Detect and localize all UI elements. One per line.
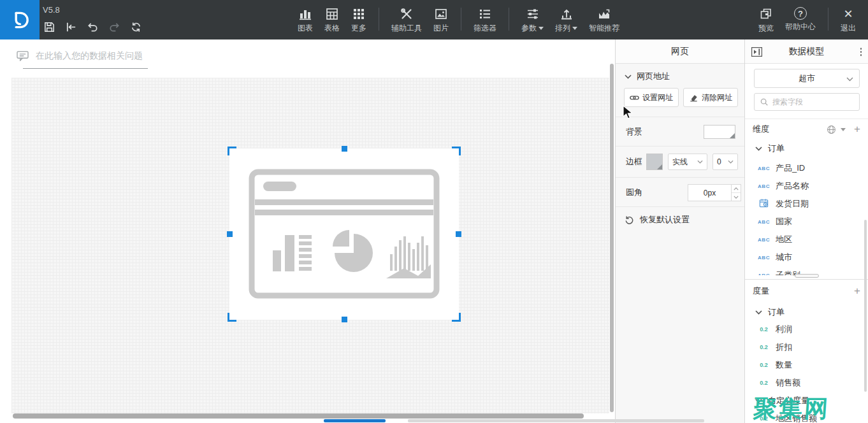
resize-handle-bottom[interactable] (342, 317, 347, 322)
tool-label: 帮助中心 (785, 22, 816, 32)
measure-field-row[interactable]: 0.2 销售额 (758, 374, 800, 392)
text-type-icon: ABC (758, 219, 770, 225)
canvas-horizontal-scrollbar[interactable] (13, 413, 584, 419)
undo-icon[interactable] (87, 21, 99, 33)
preview-icon (759, 7, 773, 21)
selection-corner-bl[interactable] (228, 313, 236, 322)
border-style-select[interactable]: 实线 (668, 154, 707, 170)
help-center-button[interactable]: ? 帮助中心 (785, 7, 816, 32)
dimensions-horizontal-scrollbar[interactable] (795, 274, 819, 278)
dimension-field-row[interactable]: ABC 产品_ID (758, 159, 805, 177)
canvas-vertical-scrollbar[interactable] (610, 64, 614, 412)
arrange-icon (560, 7, 574, 21)
caret-down-icon[interactable] (841, 128, 846, 131)
question-input[interactable] (36, 46, 214, 65)
field-search-input[interactable] (772, 97, 854, 106)
custom-measure-field-row[interactable]: 0.2 地区销售额 (758, 410, 817, 423)
dimension-field-row[interactable]: ABC 城市 (758, 248, 792, 266)
tool-smart-recommend[interactable]: 智能推荐 (589, 7, 619, 34)
dimension-group-row[interactable]: 订单 (755, 143, 785, 154)
preview-button[interactable]: 预览 (758, 7, 774, 34)
resize-handle-top[interactable] (342, 146, 347, 152)
date-type-icon (758, 198, 770, 210)
chevron-down-icon (755, 310, 762, 315)
corner-radius-input[interactable]: 0px (688, 184, 741, 201)
web-address-section-header[interactable]: 网页地址 (625, 71, 670, 82)
tool-label: 参数 (521, 23, 537, 34)
chevron-down-icon (697, 160, 703, 164)
resize-handle-left[interactable] (227, 231, 233, 237)
tool-table[interactable]: 表格 (324, 7, 340, 34)
field-search-box[interactable] (754, 93, 860, 111)
tool-aux-tools[interactable]: 辅助工具 (391, 7, 422, 34)
page-scrollbar-thumb-blue[interactable] (324, 419, 386, 422)
dimension-field-row[interactable]: ABC 子类别 (758, 266, 800, 275)
group-label: 自定义度量 (768, 395, 809, 406)
tool-filter[interactable]: 筛选器 (474, 7, 496, 34)
chevron-down-icon (846, 77, 853, 82)
tool-chart[interactable]: 图表 (298, 7, 313, 34)
stepper-up-button[interactable] (732, 185, 741, 193)
go-to-start-icon[interactable] (65, 21, 77, 33)
chevron-down-icon (755, 399, 762, 403)
measure-field-row[interactable]: 0.2 利润 (758, 320, 792, 338)
toolbar-divider (828, 8, 828, 31)
pie-chart-glyph (333, 230, 373, 272)
model-panel-scrollbar[interactable] (864, 220, 867, 392)
collapse-panel-icon[interactable] (751, 47, 762, 57)
border-row: 边框 实线 0 (616, 146, 744, 177)
question-input-underline (23, 68, 148, 69)
tool-arrange[interactable]: 排列 (555, 7, 577, 34)
globe-icon[interactable] (827, 125, 836, 134)
tool-parameters[interactable]: 参数 (521, 7, 544, 34)
tool-label: 退出 (841, 23, 856, 34)
stepper-down-button[interactable] (732, 193, 741, 201)
field-name: 产品_ID (776, 162, 805, 174)
selection-corner-br[interactable] (452, 313, 461, 322)
panel-menu-icon[interactable] (859, 47, 864, 57)
dimension-field-row[interactable]: ABC 产品名称 (758, 177, 809, 195)
section-label: 网页地址 (637, 71, 670, 82)
app-logo[interactable] (0, 0, 40, 39)
selection-corner-tl[interactable] (228, 147, 236, 155)
background-color-swatch[interactable] (704, 125, 735, 139)
refresh-icon[interactable] (130, 21, 142, 33)
tool-image[interactable]: 图片 (433, 7, 449, 34)
tool-more[interactable]: 更多 (351, 7, 366, 34)
add-measure-button[interactable]: + (854, 286, 860, 296)
text-type-icon: ABC (758, 273, 770, 276)
caret-down-icon (539, 27, 544, 30)
page-scrollbar-thumb-gray[interactable] (408, 419, 704, 422)
redo-icon[interactable] (108, 21, 120, 33)
custom-measure-group-row[interactable]: 自定义度量 (755, 395, 809, 406)
tool-label-row: 排列 (555, 23, 577, 34)
set-url-button[interactable]: 设置网址 (624, 88, 679, 107)
canvas-grid[interactable] (11, 78, 609, 413)
exit-button[interactable]: ✕ 退出 (841, 7, 856, 34)
dimension-field-row[interactable]: 发货日期 (758, 195, 809, 213)
tools-icon (400, 7, 414, 21)
measure-field-row[interactable]: 0.2 数量 (758, 356, 792, 374)
save-icon[interactable] (43, 21, 55, 33)
web-widget[interactable] (229, 148, 459, 320)
measure-field-row[interactable]: 0.2 折扣 (758, 338, 792, 356)
add-dimension-button[interactable]: + (854, 124, 860, 134)
dimension-field-row[interactable]: ABC 国家 (758, 213, 792, 231)
close-icon: ✕ (843, 7, 853, 21)
dataset-select[interactable]: 超市 (754, 69, 860, 88)
border-color-swatch[interactable] (646, 154, 663, 170)
data-model-panel: 数据模型 超市 维度 + 订单 ABC (744, 39, 868, 423)
clear-url-button[interactable]: 清除网址 (683, 88, 738, 107)
design-canvas[interactable] (0, 39, 615, 423)
dimension-field-row[interactable]: ABC 地区 (758, 231, 792, 248)
selection-corner-tr[interactable] (452, 147, 461, 155)
tool-label: 辅助工具 (391, 23, 422, 34)
resize-handle-right[interactable] (456, 231, 461, 237)
smart-chart-icon (597, 7, 611, 21)
group-label: 订单 (768, 143, 785, 154)
measures-header-icons: + (848, 286, 860, 296)
measure-group-row[interactable]: 订单 (755, 306, 785, 318)
reset-defaults-button[interactable]: 恢复默认设置 (625, 214, 690, 226)
dataset-value: 超市 (799, 73, 815, 84)
border-width-select[interactable]: 0 (712, 154, 738, 170)
